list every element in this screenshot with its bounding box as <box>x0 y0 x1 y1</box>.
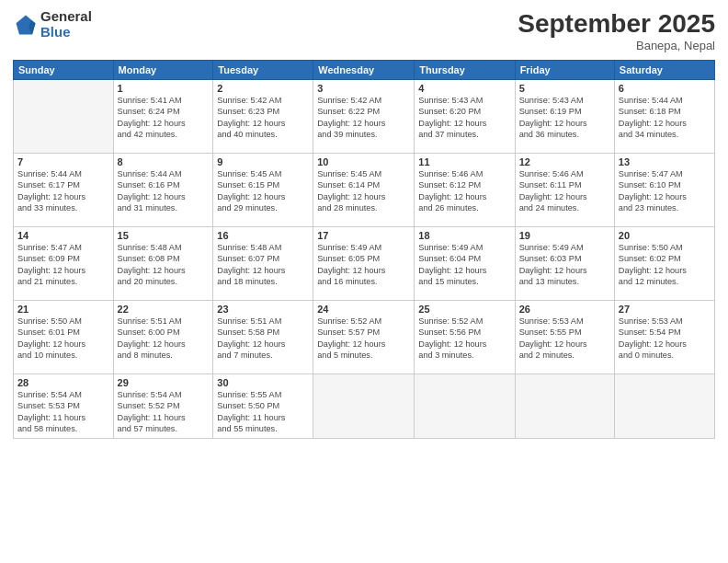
day-number: 15 <box>118 230 210 241</box>
calendar-cell: 4Sunrise: 5:43 AM Sunset: 6:20 PM Daylig… <box>415 80 515 154</box>
week-row-2: 14Sunrise: 5:47 AM Sunset: 6:09 PM Dayli… <box>14 227 715 301</box>
logo: General Blue <box>13 9 92 40</box>
day-number: 20 <box>619 230 711 241</box>
day-number: 13 <box>619 156 711 167</box>
day-info: Sunrise: 5:43 AM Sunset: 6:19 PM Dayligh… <box>519 95 610 141</box>
day-info: Sunrise: 5:51 AM Sunset: 5:58 PM Dayligh… <box>217 316 309 362</box>
day-info: Sunrise: 5:45 AM Sunset: 6:14 PM Dayligh… <box>317 168 410 214</box>
day-info: Sunrise: 5:51 AM Sunset: 6:00 PM Dayligh… <box>118 316 210 362</box>
day-info: Sunrise: 5:54 AM Sunset: 5:53 PM Dayligh… <box>17 389 109 435</box>
day-info: Sunrise: 5:49 AM Sunset: 6:04 PM Dayligh… <box>418 242 510 288</box>
day-number: 27 <box>619 304 711 315</box>
day-info: Sunrise: 5:50 AM Sunset: 6:01 PM Dayligh… <box>17 316 109 362</box>
calendar-cell <box>614 374 714 439</box>
calendar-cell: 9Sunrise: 5:45 AM Sunset: 6:15 PM Daylig… <box>213 154 313 227</box>
day-info: Sunrise: 5:54 AM Sunset: 5:52 PM Dayligh… <box>118 389 210 435</box>
month-title: September 2025 <box>518 9 715 39</box>
logo-blue: Blue <box>40 25 92 40</box>
day-header-sunday: Sunday <box>14 61 114 80</box>
day-number: 18 <box>418 230 510 241</box>
calendar-cell: 19Sunrise: 5:49 AM Sunset: 6:03 PM Dayli… <box>515 227 614 301</box>
day-header-saturday: Saturday <box>614 61 714 80</box>
calendar-cell: 27Sunrise: 5:53 AM Sunset: 5:54 PM Dayli… <box>614 301 714 374</box>
day-number: 28 <box>17 377 109 388</box>
day-info: Sunrise: 5:41 AM Sunset: 6:24 PM Dayligh… <box>118 95 210 141</box>
title-block: September 2025 Banepa, Nepal <box>518 9 715 52</box>
day-number: 5 <box>519 83 610 94</box>
calendar-cell: 18Sunrise: 5:49 AM Sunset: 6:04 PM Dayli… <box>415 227 515 301</box>
week-row-0: 1Sunrise: 5:41 AM Sunset: 6:24 PM Daylig… <box>14 80 715 154</box>
calendar-cell: 24Sunrise: 5:52 AM Sunset: 5:57 PM Dayli… <box>313 301 415 374</box>
calendar-cell: 8Sunrise: 5:44 AM Sunset: 6:16 PM Daylig… <box>113 154 213 227</box>
calendar-cell: 3Sunrise: 5:42 AM Sunset: 6:22 PM Daylig… <box>313 80 415 154</box>
calendar-cell: 5Sunrise: 5:43 AM Sunset: 6:19 PM Daylig… <box>515 80 614 154</box>
day-info: Sunrise: 5:49 AM Sunset: 6:03 PM Dayligh… <box>519 242 610 288</box>
day-info: Sunrise: 5:50 AM Sunset: 6:02 PM Dayligh… <box>619 242 711 288</box>
day-number: 7 <box>17 156 109 167</box>
day-info: Sunrise: 5:53 AM Sunset: 5:55 PM Dayligh… <box>519 316 610 362</box>
day-number: 21 <box>17 304 109 315</box>
week-row-3: 21Sunrise: 5:50 AM Sunset: 6:01 PM Dayli… <box>14 301 715 374</box>
day-info: Sunrise: 5:48 AM Sunset: 6:08 PM Dayligh… <box>118 242 210 288</box>
day-info: Sunrise: 5:42 AM Sunset: 6:23 PM Dayligh… <box>217 95 309 141</box>
day-info: Sunrise: 5:44 AM Sunset: 6:17 PM Dayligh… <box>17 168 109 214</box>
logo-icon <box>13 12 39 38</box>
day-number: 8 <box>118 156 210 167</box>
calendar-cell <box>415 374 515 439</box>
day-number: 16 <box>217 230 309 241</box>
day-info: Sunrise: 5:45 AM Sunset: 6:15 PM Dayligh… <box>217 168 309 214</box>
logo-text: General Blue <box>40 9 92 40</box>
day-number: 10 <box>317 156 410 167</box>
week-row-4: 28Sunrise: 5:54 AM Sunset: 5:53 PM Dayli… <box>14 374 715 439</box>
calendar-cell: 17Sunrise: 5:49 AM Sunset: 6:05 PM Dayli… <box>313 227 415 301</box>
day-info: Sunrise: 5:47 AM Sunset: 6:09 PM Dayligh… <box>17 242 109 288</box>
calendar-cell: 15Sunrise: 5:48 AM Sunset: 6:08 PM Dayli… <box>113 227 213 301</box>
day-number: 11 <box>418 156 510 167</box>
calendar-cell: 23Sunrise: 5:51 AM Sunset: 5:58 PM Dayli… <box>213 301 313 374</box>
day-number: 17 <box>317 230 410 241</box>
day-number: 1 <box>118 83 210 94</box>
logo-general: General <box>40 9 92 25</box>
day-number: 23 <box>217 304 309 315</box>
calendar-header-row: SundayMondayTuesdayWednesdayThursdayFrid… <box>14 61 715 80</box>
day-number: 25 <box>418 304 510 315</box>
location-subtitle: Banepa, Nepal <box>518 39 715 52</box>
calendar-cell: 26Sunrise: 5:53 AM Sunset: 5:55 PM Dayli… <box>515 301 614 374</box>
page: General Blue September 2025 Banepa, Nepa… <box>0 0 728 563</box>
day-number: 14 <box>17 230 109 241</box>
calendar-cell: 20Sunrise: 5:50 AM Sunset: 6:02 PM Dayli… <box>614 227 714 301</box>
calendar-cell: 11Sunrise: 5:46 AM Sunset: 6:12 PM Dayli… <box>415 154 515 227</box>
day-header-wednesday: Wednesday <box>313 61 415 80</box>
day-number: 9 <box>217 156 309 167</box>
calendar-cell: 6Sunrise: 5:44 AM Sunset: 6:18 PM Daylig… <box>614 80 714 154</box>
day-info: Sunrise: 5:46 AM Sunset: 6:11 PM Dayligh… <box>519 168 610 214</box>
header: General Blue September 2025 Banepa, Nepa… <box>13 9 715 52</box>
day-number: 26 <box>519 304 610 315</box>
day-header-friday: Friday <box>515 61 614 80</box>
day-info: Sunrise: 5:44 AM Sunset: 6:16 PM Dayligh… <box>118 168 210 214</box>
day-info: Sunrise: 5:48 AM Sunset: 6:07 PM Dayligh… <box>217 242 309 288</box>
day-info: Sunrise: 5:55 AM Sunset: 5:50 PM Dayligh… <box>217 389 309 435</box>
day-number: 24 <box>317 304 410 315</box>
day-header-tuesday: Tuesday <box>213 61 313 80</box>
day-header-thursday: Thursday <box>415 61 515 80</box>
calendar-cell: 16Sunrise: 5:48 AM Sunset: 6:07 PM Dayli… <box>213 227 313 301</box>
day-info: Sunrise: 5:52 AM Sunset: 5:57 PM Dayligh… <box>317 316 410 362</box>
day-number: 12 <box>519 156 610 167</box>
day-number: 29 <box>118 377 210 388</box>
calendar-cell: 13Sunrise: 5:47 AM Sunset: 6:10 PM Dayli… <box>614 154 714 227</box>
day-info: Sunrise: 5:47 AM Sunset: 6:10 PM Dayligh… <box>619 168 711 214</box>
calendar-cell: 28Sunrise: 5:54 AM Sunset: 5:53 PM Dayli… <box>14 374 114 439</box>
day-number: 3 <box>317 83 410 94</box>
day-number: 2 <box>217 83 309 94</box>
day-number: 30 <box>217 377 309 388</box>
day-info: Sunrise: 5:52 AM Sunset: 5:56 PM Dayligh… <box>418 316 510 362</box>
day-info: Sunrise: 5:42 AM Sunset: 6:22 PM Dayligh… <box>317 95 410 141</box>
day-header-monday: Monday <box>113 61 213 80</box>
calendar-cell: 1Sunrise: 5:41 AM Sunset: 6:24 PM Daylig… <box>113 80 213 154</box>
calendar-cell: 25Sunrise: 5:52 AM Sunset: 5:56 PM Dayli… <box>415 301 515 374</box>
day-number: 22 <box>118 304 210 315</box>
day-number: 4 <box>418 83 510 94</box>
calendar-cell <box>14 80 114 154</box>
day-number: 19 <box>519 230 610 241</box>
